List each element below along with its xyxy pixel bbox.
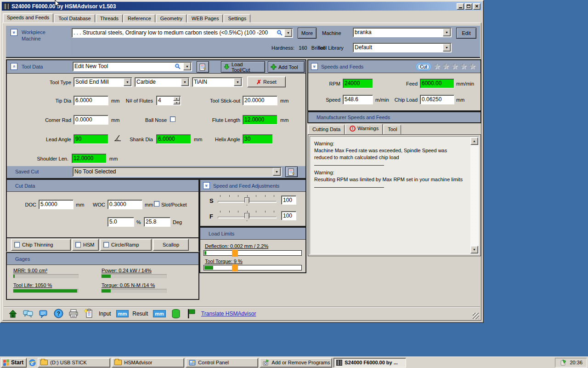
printer-icon[interactable]	[68, 309, 79, 319]
tool-details-button[interactable]	[197, 61, 209, 73]
feed-field[interactable]: 6000.00	[420, 79, 454, 88]
flutes-field[interactable]: 4 ▲ ▼	[156, 96, 181, 105]
feed-adjust-value[interactable]: 100	[281, 211, 296, 220]
speed-field[interactable]: 548.6	[343, 95, 373, 104]
taskbar-button-control-panel[interactable]: Control Panel	[186, 358, 258, 368]
lead-angle-field[interactable]: 90	[74, 134, 108, 144]
database-icon[interactable]	[171, 309, 181, 319]
tool-selector-dropdown-arrow-icon[interactable]: ▼	[183, 63, 191, 70]
stickout-field[interactable]: 20.0000	[243, 96, 277, 105]
doc-field[interactable]: 5.0000	[39, 200, 74, 209]
chip-thinning-checkbox[interactable]	[14, 242, 20, 247]
input-unit-badge[interactable]: mm	[116, 310, 129, 317]
tab-reference[interactable]: Reference	[124, 14, 155, 23]
flag-icon[interactable]	[186, 309, 196, 319]
collapse-speeds-feeds-icon[interactable]: »	[311, 63, 318, 70]
tool-coating-dropdown-arrow-icon[interactable]: ▼	[234, 78, 242, 86]
forum-icon[interactable]	[23, 309, 33, 319]
taskbar-button-usb-stick[interactable]: (D:) USB STICK	[38, 358, 110, 368]
tab-tool-database[interactable]: Tool Database	[54, 14, 95, 23]
tip-dia-field[interactable]: 6.0000	[74, 96, 108, 105]
search-icon[interactable]	[277, 30, 283, 36]
deflection-limit-bar[interactable]	[204, 250, 302, 256]
speed-adjust-slider[interactable]	[218, 195, 277, 207]
tab-threads[interactable]: Threads	[96, 14, 123, 23]
tool-torque-limit-bar[interactable]	[204, 265, 302, 270]
taskbar-button-add-remove[interactable]: Add or Remove Programs	[260, 358, 332, 368]
material-dropdown-arrow-icon[interactable]: ▼	[284, 29, 292, 37]
result-unit-badge[interactable]: mm	[153, 310, 166, 317]
chip-thinning-button[interactable]: Chip Thinning	[11, 239, 71, 251]
translate-link[interactable]: Translate HSMAdvisor	[201, 310, 256, 317]
chip-load-field[interactable]: 0.06250	[420, 95, 454, 104]
scroll-up-icon[interactable]: ▲	[470, 137, 478, 145]
taskbar-button-hsmadvisor-folder[interactable]: HSMAdvisor	[112, 358, 184, 368]
tab-settings[interactable]: Settings	[224, 14, 250, 23]
taskbar-button-hsmadvisor-app[interactable]: S24000 F6000.00 by ...	[334, 358, 406, 368]
tool-material-combo[interactable]: Carbide▼	[135, 77, 190, 87]
speed-adjust-value[interactable]: 100	[281, 196, 296, 205]
warnings-textarea[interactable]: Warning: Machine Max Feed rate was excee…	[310, 136, 479, 254]
add-tool-button[interactable]: Add Tool	[268, 61, 305, 73]
reset-button[interactable]: ✗ Reset	[247, 76, 286, 87]
tab-warnings[interactable]: ! Warnings	[345, 124, 383, 134]
saved-cut-details-button[interactable]	[285, 167, 298, 177]
tool-coating-combo[interactable]: TiAlN▼	[192, 77, 243, 87]
saved-cut-combo[interactable]: No Tool Selected ▼	[73, 167, 282, 177]
tool-library-combo[interactable]: Default ▼	[353, 43, 452, 52]
warnings-scrollbar[interactable]: ▲ ▼	[470, 137, 478, 253]
ball-nose-checkbox[interactable]	[170, 116, 175, 122]
hsm-checkbox[interactable]	[75, 242, 81, 247]
start-button[interactable]: Start	[1, 358, 27, 368]
load-tool-cut-button[interactable]: Load Tool/Cut	[221, 61, 265, 73]
ie-quick-launch-icon[interactable]: e	[28, 358, 36, 367]
saved-cut-dropdown-arrow-icon[interactable]: ▼	[273, 168, 281, 176]
tab-speeds-and-feeds[interactable]: Speeds and Feeds	[3, 13, 53, 23]
comment-icon[interactable]	[38, 309, 48, 319]
tab-web-pages[interactable]: WEB Pages	[187, 14, 223, 23]
slot-pocket-checkbox[interactable]	[154, 201, 159, 207]
feed-slider-thumb[interactable]	[244, 213, 249, 221]
tool-type-combo[interactable]: Solid End Mill▼	[74, 77, 132, 87]
whats-new-icon[interactable]	[84, 309, 94, 319]
shank-dia-field[interactable]: 6.0000	[156, 134, 191, 144]
tool-library-dropdown-arrow-icon[interactable]: ▼	[443, 44, 451, 52]
tool-search-icon[interactable]	[175, 63, 181, 69]
help-icon[interactable]: ?	[53, 309, 63, 319]
close-button[interactable]: ✕	[473, 3, 481, 10]
collapse-tool-data-icon[interactable]: »	[11, 63, 17, 70]
resize-grip-icon[interactable]	[473, 313, 479, 319]
machine-combo[interactable]: branka ▼	[353, 28, 452, 37]
flutes-spinner[interactable]: ▲ ▼	[173, 97, 180, 104]
tray-status-icon[interactable]	[560, 359, 567, 366]
minimize-button[interactable]	[457, 3, 464, 10]
ramp-angle-field[interactable]: 25.8	[144, 217, 170, 227]
corner-rad-field[interactable]: 0.0000	[74, 115, 108, 125]
clock[interactable]: 20:36	[570, 360, 582, 365]
more-button[interactable]: More	[298, 28, 317, 39]
scallop-button[interactable]: Scallop	[153, 239, 189, 251]
woc-field[interactable]: 0.3000	[107, 200, 142, 209]
circle-ramp-button[interactable]: Circle/Ramp	[100, 239, 152, 251]
circle-ramp-checkbox[interactable]	[103, 242, 109, 247]
machine-dropdown-arrow-icon[interactable]: ▼	[443, 29, 451, 36]
tool-torque-limit-marker[interactable]	[232, 264, 238, 271]
rpm-field[interactable]: 24000	[343, 79, 373, 88]
scroll-down-icon[interactable]: ▼	[470, 246, 478, 253]
flute-length-field[interactable]: 12.0000	[243, 115, 277, 125]
stepover-field[interactable]: 5.0	[107, 217, 134, 227]
feed-adjust-slider[interactable]	[218, 210, 277, 222]
rating-stars[interactable]: ★★★★★	[434, 63, 478, 70]
tab-tool[interactable]: Tool	[384, 125, 401, 134]
tab-cutting-data[interactable]: Cutting Data	[308, 125, 345, 134]
deflection-limit-marker[interactable]	[232, 250, 238, 257]
maximize-button[interactable]	[465, 3, 472, 10]
collapse-adjustments-icon[interactable]: »	[203, 182, 210, 189]
hsm-button[interactable]: HSM	[72, 239, 99, 251]
material-combo[interactable]: . . . Structural steels, Ordinary low to…	[72, 28, 293, 38]
edit-machine-button[interactable]: Edit	[456, 28, 476, 39]
shoulder-len-field[interactable]: 12.0000	[72, 154, 107, 163]
collapse-workpiece-icon[interactable]: »	[11, 29, 17, 36]
speed-slider-thumb[interactable]	[244, 197, 249, 206]
tab-geometry[interactable]: Geometry	[156, 14, 187, 23]
